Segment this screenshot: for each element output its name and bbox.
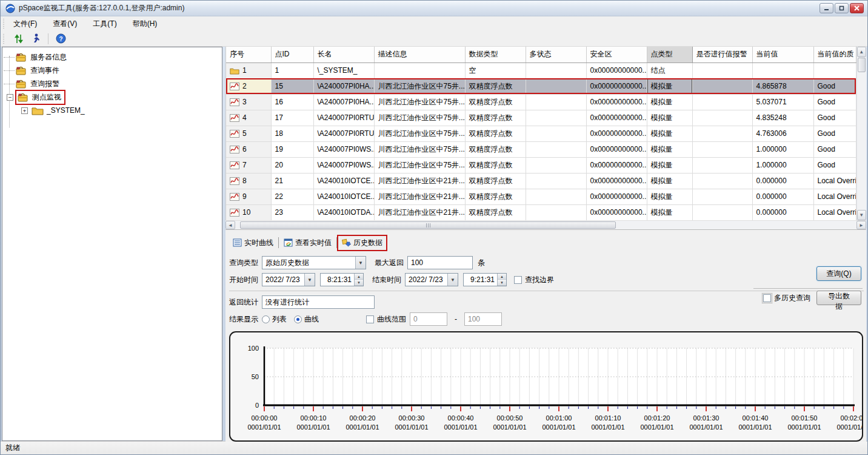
table-cell[interactable] [526,157,586,173]
table-cell[interactable]: 4.763006 [752,126,813,141]
spin-up-icon[interactable]: ▲ [355,274,363,280]
table-cell[interactable]: 川西北江油作业区中75井... [374,157,465,173]
tab-3[interactable]: 历史数据 [338,236,386,250]
table-cell[interactable]: 模拟量 [647,189,692,204]
close-button[interactable] [850,3,864,13]
row-header-cell[interactable]: 1 [226,62,271,78]
column-header[interactable]: 当前值 [752,47,813,62]
spin-down-icon[interactable]: ▼ [498,280,506,286]
row-header-cell[interactable]: 2 [226,78,271,94]
column-header[interactable]: 点ID [271,47,313,62]
start-date-picker[interactable]: 2022/ 7/23 ▼ [262,273,315,286]
table-row[interactable]: 720\A240007PI0WS...川西北江油作业区中75井...双精度浮点数… [226,157,856,173]
table-cell[interactable]: Good [813,78,856,94]
table-cell[interactable]: 模拟量 [647,204,692,220]
table-cell[interactable]: Good [813,157,856,173]
menu-tools[interactable]: 工具(T) [87,17,122,31]
table-cell[interactable]: 21 [271,173,313,189]
table-cell[interactable]: Good [813,126,856,141]
table-cell[interactable]: 模拟量 [647,173,692,189]
refresh-icon[interactable] [13,33,25,45]
table-cell[interactable]: 17 [271,110,313,126]
table-cell[interactable]: \A240007PI0WS... [313,141,374,157]
table-cell[interactable]: 18 [271,126,313,141]
table-cell[interactable] [692,126,752,141]
table-cell[interactable] [526,110,586,126]
table-cell[interactable]: Good [813,94,856,110]
table-cell[interactable]: 22 [271,189,313,204]
table-cell[interactable] [526,94,586,110]
column-header[interactable]: 序号 [226,47,271,62]
multi-history-checkbox[interactable] [763,294,771,302]
table-cell[interactable]: \A240007PI0RTU... [313,110,374,126]
table-cell[interactable]: 川西北江油作业区中75井... [374,141,465,157]
table-cell[interactable] [526,78,586,94]
table-cell[interactable]: Local Overrid [813,189,856,204]
table-cell[interactable]: 0.000000 [752,189,813,204]
table-cell[interactable]: \A240007PI0RTU... [313,126,374,141]
table-cell[interactable]: Local Overrid [813,204,856,220]
table-cell[interactable]: 川西北江油作业区中21井... [374,204,465,220]
sidebar-item-3[interactable]: 查询报警 [2,77,222,90]
menu-file[interactable]: 文件(F) [8,17,42,31]
row-header-cell[interactable]: 9 [226,189,271,204]
table-cell[interactable]: \A240007PI0HA... [313,94,374,110]
table-cell[interactable]: 双精度浮点数 [465,78,526,94]
user-icon[interactable] [30,33,42,45]
table-cell[interactable]: 0.000000 [752,173,813,189]
table-row[interactable]: 417\A240007PI0RTU...川西北江油作业区中75井...双精度浮点… [226,110,856,126]
row-header-cell[interactable]: 6 [226,141,271,157]
table-cell[interactable]: Local Overrid [813,173,856,189]
table-cell[interactable]: 0.000000 [752,204,813,220]
table-cell[interactable]: 5.037071 [752,94,813,110]
scroll-right-icon[interactable]: ► [856,221,866,229]
table-horizontal-scrollbar[interactable]: ◄ ► [225,220,866,229]
restore-button[interactable] [835,3,849,13]
table-cell[interactable]: 15 [271,78,313,94]
table-cell[interactable]: 川西北江油作业区中75井... [374,78,465,94]
scroll-down-icon[interactable]: ▼ [857,210,867,220]
menu-help[interactable]: 帮助(H) [127,17,163,31]
spin-up-icon[interactable]: ▲ [498,274,506,280]
table-row[interactable]: 922\A240010IOTCE...川西北江油作业区中21井...双精度浮点数… [226,189,856,204]
table-cell[interactable]: 空 [465,62,526,78]
table-cell[interactable]: 模拟量 [647,78,692,94]
table-cell[interactable]: Good [813,141,856,157]
column-header[interactable]: 多状态 [526,47,586,62]
table-cell[interactable]: 0x00000000000... [586,62,647,78]
table-cell[interactable]: 结点 [647,62,692,78]
spin-down-icon[interactable]: ▼ [355,280,363,286]
row-header-cell[interactable]: 10 [226,204,271,220]
table-cell[interactable]: 双精度浮点数 [465,141,526,157]
table-cell[interactable] [752,62,813,78]
table-cell[interactable] [692,62,752,78]
table-cell[interactable]: 0x00000000000... [586,126,647,141]
collapse-icon[interactable]: − [7,94,13,101]
table-cell[interactable]: 4.835248 [752,110,813,126]
hscroll-thumb[interactable] [240,221,616,229]
start-time-spinner[interactable]: 8:21:31 ▲▼ [320,273,364,286]
table-cell[interactable]: 19 [271,141,313,157]
table-cell[interactable]: 0x00000000000... [586,204,647,220]
query-button[interactable]: 查询(Q) [816,266,861,281]
table-cell[interactable] [526,204,586,220]
end-date-picker[interactable]: 2022/ 7/23 ▼ [405,273,458,286]
table-cell[interactable]: 双精度浮点数 [465,157,526,173]
table-cell[interactable]: \A240010IOTDA... [313,204,374,220]
table-cell[interactable]: 双精度浮点数 [465,189,526,204]
table-cell[interactable]: 双精度浮点数 [465,110,526,126]
table-cell[interactable]: 4.865878 [752,78,813,94]
curve-range-min-input[interactable] [410,312,447,326]
help-icon[interactable]: ? [55,33,67,45]
table-cell[interactable] [692,141,752,157]
table-cell[interactable]: 20 [271,157,313,173]
table-cell[interactable] [813,62,856,78]
table-row[interactable]: 821\A240010IOTCE...川西北江油作业区中21井...双精度浮点数… [226,173,856,189]
table-cell[interactable]: 0x00000000000... [586,110,647,126]
table-cell[interactable]: 川西北江油作业区中21井... [374,173,465,189]
table-cell[interactable] [526,189,586,204]
curve-range-max-input[interactable] [464,312,502,326]
curve-range-checkbox[interactable] [366,315,374,323]
table-cell[interactable] [526,173,586,189]
table-cell[interactable]: Good [813,110,856,126]
